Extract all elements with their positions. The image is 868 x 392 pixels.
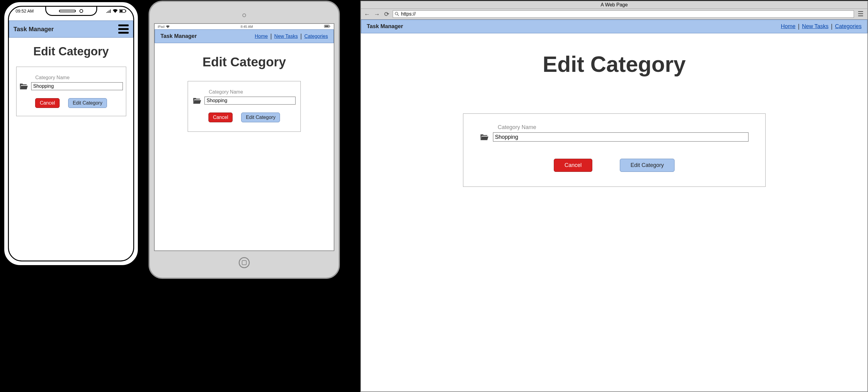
folder-open-icon — [20, 83, 28, 90]
field-label: Category Name — [498, 124, 748, 130]
tablet-home-button[interactable] — [239, 257, 250, 268]
field-label: Category Name — [209, 89, 296, 95]
svg-rect-4 — [330, 26, 330, 27]
svg-rect-2 — [120, 10, 123, 12]
svg-rect-5 — [325, 26, 329, 27]
tablet-mockup: iPad 8:45 AM Task Manager Home | New Tas… — [149, 1, 340, 279]
nav-separator: | — [270, 33, 272, 40]
browser-menu-icon[interactable]: ☰ — [857, 10, 865, 18]
url-bar[interactable]: https:// — [393, 10, 854, 18]
battery-icon — [119, 9, 127, 13]
tablet-time: 8:45 AM — [241, 25, 253, 28]
tablet-status-bar: iPad 8:45 AM — [155, 24, 334, 29]
phone-screen: 09:52 AM Task Manager Edit Category Cate… — [8, 6, 134, 262]
submit-button[interactable]: Edit Category — [241, 113, 280, 122]
app-bar: Task Manager — [9, 21, 133, 38]
form-card: Category Name Cancel Edit Category — [188, 81, 301, 132]
app-bar: Task Manager Home | New Tasks | Categori… — [361, 20, 867, 33]
tablet-device-label: iPad — [158, 25, 164, 28]
cancel-button[interactable]: Cancel — [554, 159, 592, 172]
cancel-button[interactable]: Cancel — [35, 98, 60, 108]
button-row: Cancel Edit Category — [20, 98, 123, 108]
nav-separator: | — [300, 33, 302, 40]
field-row — [193, 97, 296, 104]
phone-content: Task Manager Edit Category Category Name… — [9, 7, 133, 261]
nav-links: Home | New Tasks | Categories — [781, 23, 862, 30]
category-name-input[interactable] — [205, 97, 296, 104]
browser-content: Task Manager Home | New Tasks | Categori… — [361, 20, 867, 391]
page-title: Edit Category — [9, 45, 133, 58]
nav-separator: | — [831, 23, 833, 30]
nav-separator: | — [798, 23, 800, 30]
nav-categories[interactable]: Categories — [304, 34, 328, 39]
folder-open-icon — [193, 97, 202, 104]
page-title: Edit Category — [361, 52, 867, 77]
reload-icon[interactable]: ⟳ — [383, 10, 390, 18]
button-row: Cancel Edit Category — [193, 113, 296, 122]
browser-mockup: A Web Page ← → ⟳ https:// ☰ Task Manager… — [360, 1, 868, 392]
browser-toolbar: ← → ⟳ https:// ☰ — [361, 9, 867, 20]
phone-camera — [80, 9, 83, 13]
nav-categories[interactable]: Categories — [835, 23, 862, 30]
submit-button[interactable]: Edit Category — [620, 159, 675, 172]
cancel-button[interactable]: Cancel — [209, 113, 233, 122]
search-icon — [395, 12, 399, 16]
phone-time: 09:52 AM — [16, 8, 34, 13]
nav-new-tasks[interactable]: New Tasks — [274, 34, 298, 39]
app-title: Task Manager — [13, 26, 54, 33]
phone-status-icons — [106, 8, 127, 13]
nav-home[interactable]: Home — [255, 34, 268, 39]
category-name-input[interactable] — [493, 132, 748, 142]
tablet-screen: iPad 8:45 AM Task Manager Home | New Tas… — [154, 23, 334, 251]
phone-notch — [45, 7, 97, 16]
field-row — [20, 82, 123, 90]
battery-icon — [324, 25, 331, 28]
app-title: Task Manager — [367, 23, 403, 30]
back-icon[interactable]: ← — [363, 11, 371, 18]
form-card: Category Name Cancel Edit Category — [16, 67, 126, 116]
browser-titlebar: A Web Page — [361, 1, 867, 9]
nav-new-tasks[interactable]: New Tasks — [802, 23, 829, 30]
button-row: Cancel Edit Category — [480, 159, 748, 172]
wifi-icon — [113, 9, 118, 13]
form-card: Category Name Cancel Edit Category — [463, 114, 766, 187]
phone-mockup: 09:52 AM Task Manager Edit Category Cate… — [3, 1, 139, 266]
nav-links: Home | New Tasks | Categories — [255, 33, 328, 40]
svg-point-6 — [395, 12, 398, 15]
wifi-icon — [166, 25, 169, 28]
tablet-camera — [242, 13, 246, 17]
url-text: https:// — [401, 11, 416, 17]
field-row — [480, 132, 748, 142]
app-bar: Task Manager Home | New Tasks | Categori… — [155, 29, 334, 43]
folder-open-icon — [480, 133, 489, 140]
menu-icon[interactable] — [118, 25, 129, 34]
signal-icon — [106, 9, 111, 13]
field-label: Category Name — [35, 75, 123, 81]
nav-home[interactable]: Home — [781, 23, 796, 30]
forward-icon[interactable]: → — [373, 11, 380, 18]
app-title: Task Manager — [160, 33, 197, 39]
category-name-input[interactable] — [31, 82, 123, 90]
submit-button[interactable]: Edit Category — [68, 98, 107, 108]
svg-rect-1 — [126, 10, 126, 11]
phone-speaker — [59, 10, 76, 12]
svg-line-7 — [398, 15, 399, 16]
page-title: Edit Category — [155, 55, 334, 69]
